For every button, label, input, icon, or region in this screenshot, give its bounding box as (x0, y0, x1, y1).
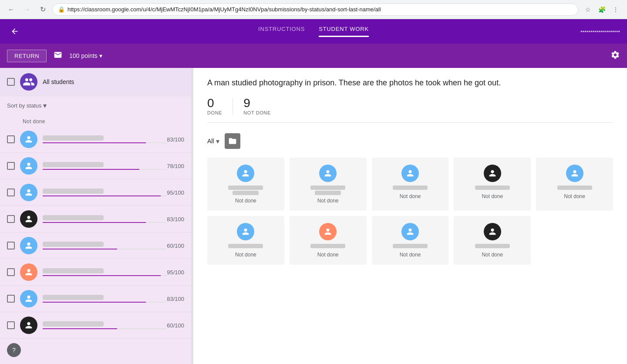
student-name-blur-6 (43, 268, 104, 273)
reload-button[interactable]: ↻ (37, 3, 49, 16)
filter-all-label: All (207, 138, 214, 145)
student-name-col-1 (43, 135, 167, 143)
student-score-8: 60/100 (167, 322, 184, 329)
student-avatar-3 (20, 184, 37, 201)
student-avatar-8 (20, 317, 37, 334)
student-row[interactable]: 60/100 (0, 233, 191, 259)
student-checkbox-8[interactable] (7, 321, 15, 329)
lock-icon: 🔒 (58, 6, 65, 13)
student-card-8[interactable]: Not done (372, 216, 449, 265)
url-bar[interactable]: 🔒 https://classroom.google.com/u/4/c/MjE… (52, 3, 578, 16)
card-avatar-6 (237, 223, 254, 240)
student-row[interactable]: 83/100 (0, 126, 191, 153)
student-avatar-7 (20, 290, 37, 307)
student-row[interactable]: 83/100 (0, 206, 191, 233)
student-checkbox-2[interactable] (7, 162, 15, 170)
student-row[interactable]: 78/100 (0, 153, 191, 179)
card-name-line1-1 (228, 185, 263, 190)
all-students-checkbox[interactable] (7, 78, 15, 86)
student-avatar-1 (20, 131, 37, 148)
menu-button[interactable]: ⋮ (610, 3, 622, 16)
score-bar-8 (43, 328, 167, 329)
score-fill-6 (43, 275, 161, 276)
student-name-blur-4 (43, 215, 104, 220)
student-name-col-4 (43, 215, 167, 223)
card-name-5 (557, 185, 592, 190)
student-name-col-5 (43, 242, 167, 249)
student-score-4: 83/100 (167, 216, 184, 222)
points-arrow-icon: ▾ (99, 52, 102, 59)
student-avatar-4 (20, 210, 37, 228)
student-card-6[interactable]: Not done (207, 216, 284, 265)
forward-button[interactable]: → (21, 3, 33, 16)
card-status-1: Not done (235, 198, 256, 204)
student-row[interactable]: 83/100 (0, 286, 191, 312)
student-card-3[interactable]: Not done (372, 158, 449, 211)
card-status-4: Not done (482, 193, 503, 199)
student-checkbox-4[interactable] (7, 215, 15, 223)
card-avatar-5 (566, 165, 583, 182)
student-row[interactable]: 60/100 (0, 312, 191, 339)
header-tabs: INSTRUCTIONS STUDENT WORK (258, 26, 369, 37)
settings-button[interactable] (610, 50, 620, 62)
not-done-count: 9 (243, 96, 271, 110)
card-avatar-2 (319, 165, 337, 182)
score-bar-2 (43, 169, 167, 170)
student-score-6: 95/100 (167, 269, 184, 276)
score-fill-3 (43, 195, 161, 196)
tab-student-work[interactable]: STUDENT WORK (319, 26, 369, 37)
score-fill-5 (43, 249, 117, 249)
student-checkbox-7[interactable] (7, 295, 15, 303)
card-name-line1-2 (310, 185, 345, 190)
assignment-title: A man studied photography in prison. The… (207, 78, 613, 88)
student-card-9[interactable]: Not done (454, 216, 531, 265)
done-label: DONE (207, 110, 222, 115)
student-row[interactable]: 95/100 (0, 179, 191, 206)
student-card-5[interactable]: Not done (536, 158, 613, 211)
score-fill-2 (43, 169, 139, 170)
email-button[interactable] (54, 51, 62, 61)
return-button[interactable]: RETURN (7, 50, 47, 62)
student-avatar-2 (20, 157, 37, 175)
filter-arrow-icon: ▾ (216, 137, 219, 145)
tab-instructions[interactable]: INSTRUCTIONS (258, 26, 305, 37)
student-name-blur-1 (43, 135, 104, 141)
sort-dropdown[interactable]: Sort by status ▾ (7, 101, 47, 110)
score-fill-1 (43, 142, 146, 143)
sort-label-text: Sort by status (7, 102, 41, 109)
student-name-blur-7 (43, 295, 104, 300)
student-row[interactable]: 95/100 (0, 259, 191, 286)
card-name-3 (393, 185, 428, 190)
folder-button[interactable] (225, 133, 240, 149)
bookmark-button[interactable]: ☆ (582, 3, 594, 16)
student-name-blur-5 (43, 242, 104, 247)
card-status-8: Not done (400, 252, 421, 258)
card-avatar-9 (484, 223, 501, 240)
header-back-button[interactable] (7, 24, 23, 39)
filter-dropdown[interactable]: All ▾ (207, 137, 219, 145)
student-card-2[interactable]: Not done (290, 158, 367, 211)
score-fill-8 (43, 328, 117, 329)
all-students-row[interactable]: All students (0, 68, 191, 96)
not-done-stat: 9 NOT DONE (243, 96, 271, 115)
student-score-7: 83/100 (167, 296, 184, 302)
student-name-col-7 (43, 295, 167, 303)
student-card-1[interactable]: Not done (207, 158, 284, 211)
student-card-4[interactable]: Not done (454, 158, 531, 211)
back-button[interactable]: ← (5, 3, 17, 16)
url-text: https://classroom.google.com/u/4/c/MjEwM… (67, 6, 381, 13)
student-card-7[interactable]: Not done (290, 216, 367, 265)
extension-button[interactable]: 🧩 (596, 3, 608, 16)
points-selector[interactable]: 100 points ▾ (69, 52, 102, 59)
all-students-label: All students (43, 78, 74, 85)
help-button[interactable]: ? (7, 343, 21, 357)
card-name-line2-2 (315, 191, 341, 195)
student-checkbox-5[interactable] (7, 242, 15, 249)
student-avatar-5 (20, 237, 37, 254)
student-checkbox-6[interactable] (7, 268, 15, 276)
student-checkbox-1[interactable] (7, 135, 15, 143)
card-status-3: Not done (400, 193, 421, 199)
student-name-col-6 (43, 268, 167, 276)
card-name-line2-1 (233, 191, 259, 195)
student-checkbox-3[interactable] (7, 189, 15, 196)
